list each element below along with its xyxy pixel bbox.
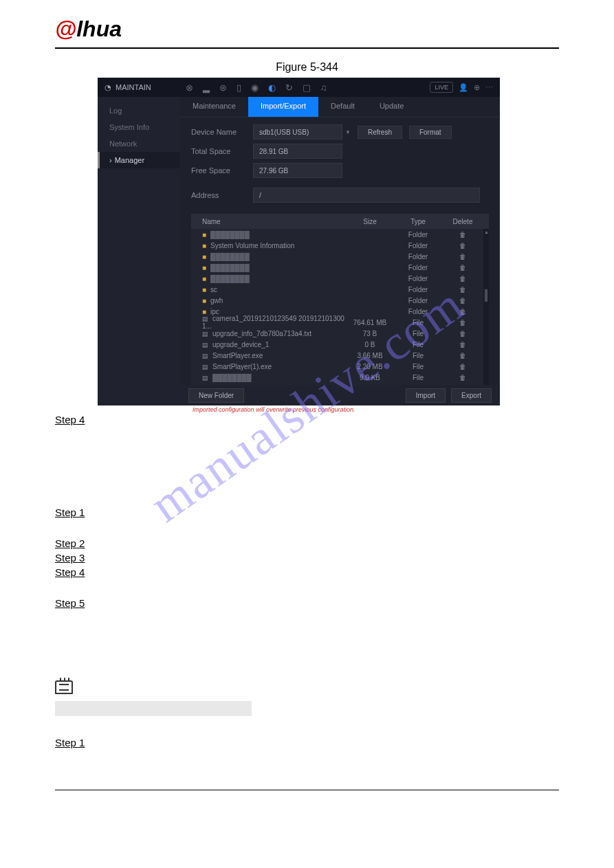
export-button[interactable]: Export bbox=[451, 388, 492, 403]
file-type: Folder bbox=[394, 286, 442, 293]
add-icon[interactable]: ⊕ bbox=[474, 83, 480, 92]
file-type: Folder bbox=[394, 253, 442, 260]
refresh-icon[interactable]: ↻ bbox=[285, 82, 293, 93]
col-size[interactable]: Size bbox=[346, 218, 394, 225]
tab-maintenance[interactable]: Maintenance bbox=[180, 97, 248, 117]
file-name: upgrade_info_7db780a713a4.txt bbox=[212, 330, 311, 337]
scroll-up-icon[interactable]: ▲ bbox=[484, 230, 488, 234]
sidebar: Log System Info Network ›Manager bbox=[98, 97, 180, 405]
tab-default[interactable]: Default bbox=[318, 97, 367, 117]
step-1b: Step 1 bbox=[55, 737, 559, 748]
gauge-icon: ◔ bbox=[105, 83, 111, 92]
file-type: File bbox=[394, 363, 442, 370]
folder-icon: ■ bbox=[202, 297, 206, 304]
file-icon: ▤ bbox=[202, 315, 208, 322]
delete-icon[interactable]: 🗑 bbox=[459, 319, 466, 326]
toolbar-icons: ⊗ ▂ ⊛ ▯ ◉ ◐ ↻ ▢ ♫ bbox=[186, 82, 327, 93]
delete-icon[interactable]: 🗑 bbox=[459, 341, 466, 348]
file-name: SmartPlayer(1).exe bbox=[212, 363, 272, 370]
folder-icon: ■ bbox=[202, 231, 206, 238]
table-row[interactable]: ■System Volume InformationFolder🗑 bbox=[191, 240, 489, 251]
total-space-label: Total Space bbox=[191, 147, 253, 155]
delete-icon[interactable]: 🗑 bbox=[459, 264, 466, 271]
user-icon[interactable]: 👤 bbox=[459, 83, 468, 92]
table-row[interactable]: ▤SmartPlayer(1).exe2.20 MBFile🗑 bbox=[191, 361, 489, 372]
device-name-select[interactable]: sdb1(USB USB) bbox=[253, 124, 342, 140]
scroll-thumb[interactable] bbox=[485, 289, 487, 302]
format-button[interactable]: Format bbox=[409, 126, 452, 139]
delete-icon[interactable]: 🗑 bbox=[459, 275, 466, 282]
device-icon[interactable]: ▯ bbox=[237, 82, 241, 93]
folder-icon: ■ bbox=[202, 275, 206, 282]
headset-icon[interactable]: ♫ bbox=[320, 82, 327, 93]
table-row[interactable]: ■scFolder🗑 bbox=[191, 284, 489, 295]
note-icon bbox=[55, 680, 73, 694]
file-type: File bbox=[394, 330, 442, 337]
table-row[interactable]: ▤SmartPlayer.exe3.66 MBFile🗑 bbox=[191, 350, 489, 361]
network-icon[interactable]: ⊛ bbox=[219, 82, 227, 93]
table-row[interactable]: ▤upgrade_info_7db780a713a4.txt73 BFile🗑 bbox=[191, 328, 489, 339]
delete-icon[interactable]: 🗑 bbox=[459, 253, 466, 260]
col-type[interactable]: Type bbox=[394, 218, 442, 225]
delete-icon[interactable]: 🗑 bbox=[459, 363, 466, 370]
file-size: 73 B bbox=[346, 330, 394, 337]
col-delete[interactable]: Delete bbox=[442, 218, 483, 225]
delete-icon[interactable]: 🗑 bbox=[459, 286, 466, 293]
sidebar-item-log[interactable]: Log bbox=[98, 102, 180, 119]
file-type: Folder bbox=[394, 308, 442, 315]
sidebar-item-manager[interactable]: ›Manager bbox=[98, 152, 180, 168]
delete-icon[interactable]: 🗑 bbox=[459, 374, 466, 381]
delete-icon[interactable]: 🗑 bbox=[459, 308, 466, 315]
scrollbar[interactable]: ▲ ▼ bbox=[483, 229, 489, 398]
table-row[interactable]: ▤upgrade_device_10 BFile🗑 bbox=[191, 339, 489, 350]
folder-icon: ■ bbox=[202, 286, 206, 293]
camera-icon[interactable]: ⊗ bbox=[186, 82, 193, 93]
chevron-right-icon: › bbox=[109, 156, 112, 164]
step-2: Step 2 bbox=[55, 537, 559, 549]
live-button[interactable]: LIVE bbox=[430, 82, 453, 93]
app-window: ◔ MAINTAIN ⊗ ▂ ⊛ ▯ ◉ ◐ ↻ ▢ ♫ LIVE 👤 bbox=[98, 78, 500, 405]
step-3: Step 3 bbox=[55, 552, 559, 564]
table-row[interactable]: ■████████Folder🗑 bbox=[191, 273, 489, 284]
menu-icon[interactable]: ⋯ bbox=[485, 83, 493, 92]
delete-icon[interactable]: 🗑 bbox=[459, 330, 466, 337]
col-name[interactable]: Name bbox=[197, 218, 346, 225]
globe-icon[interactable]: ◉ bbox=[251, 82, 259, 93]
delete-icon[interactable]: 🗑 bbox=[459, 352, 466, 359]
import-button[interactable]: Import bbox=[406, 388, 446, 403]
tab-update[interactable]: Update bbox=[367, 97, 416, 117]
file-size: 3.66 MB bbox=[346, 352, 394, 359]
tab-import-export[interactable]: Import/Export bbox=[248, 97, 318, 117]
sidebar-item-systeminfo[interactable]: System Info bbox=[98, 119, 180, 135]
address-label: Address bbox=[191, 191, 253, 199]
table-row[interactable]: ▤████████9.0 KBFile🗑 bbox=[191, 372, 489, 383]
file-size: 2.20 MB bbox=[346, 363, 394, 370]
table-row[interactable]: ▤camera1_20191210123549 201912101300 1..… bbox=[191, 317, 489, 328]
storage-icon[interactable]: ▂ bbox=[203, 82, 210, 93]
delete-icon[interactable]: 🗑 bbox=[459, 242, 466, 249]
chevron-down-icon[interactable]: ▼ bbox=[345, 129, 351, 135]
file-type: File bbox=[394, 352, 442, 359]
monitor-icon[interactable]: ▢ bbox=[303, 82, 311, 93]
file-type: Folder bbox=[394, 231, 442, 238]
maintain-icon[interactable]: ◐ bbox=[268, 82, 276, 93]
table-row[interactable]: ■████████Folder🗑 bbox=[191, 262, 489, 273]
table-row[interactable]: ■████████Folder🗑 bbox=[191, 229, 489, 240]
table-row[interactable]: ■gwhFolder🗑 bbox=[191, 295, 489, 306]
file-name: ████████ bbox=[210, 253, 250, 260]
delete-icon[interactable]: 🗑 bbox=[459, 297, 466, 304]
file-icon: ▤ bbox=[202, 342, 208, 348]
file-type: File bbox=[394, 319, 442, 326]
refresh-button[interactable]: Refresh bbox=[358, 126, 402, 139]
table-row[interactable]: ■████████Folder🗑 bbox=[191, 251, 489, 262]
address-field[interactable]: / bbox=[253, 188, 480, 203]
file-icon: ▤ bbox=[202, 375, 208, 381]
folder-icon: ■ bbox=[202, 264, 206, 271]
file-size: 9.0 KB bbox=[346, 374, 394, 381]
new-folder-button[interactable]: New Folder bbox=[188, 388, 244, 403]
highlight-bar bbox=[55, 701, 252, 716]
sidebar-item-network[interactable]: Network bbox=[98, 135, 180, 152]
brand-logo: @lhua bbox=[55, 16, 122, 41]
file-name: camera1_20191210123549 201912101300 1... bbox=[202, 315, 344, 330]
delete-icon[interactable]: 🗑 bbox=[459, 231, 466, 238]
